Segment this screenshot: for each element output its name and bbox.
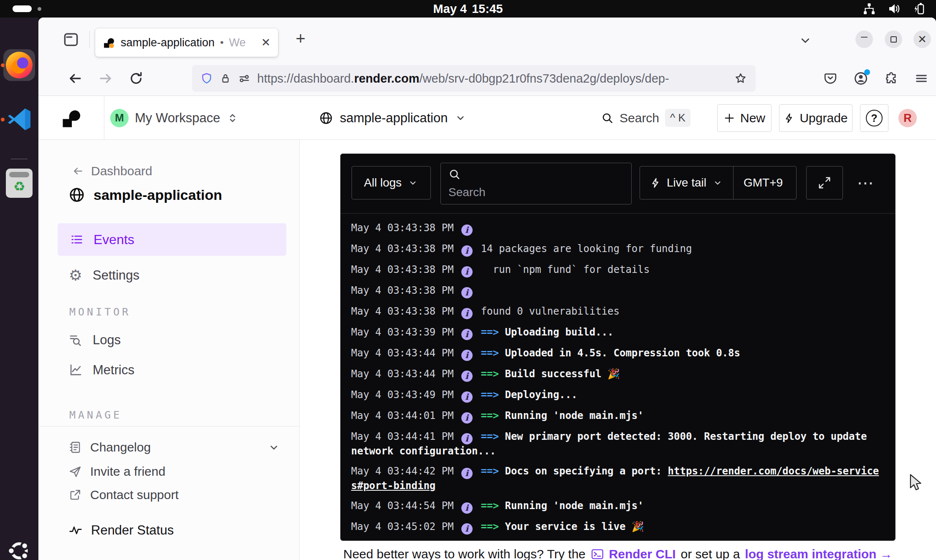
bolt-icon xyxy=(784,113,794,124)
tab-close-button[interactable]: ✕ xyxy=(261,36,271,49)
battery-charging-icon xyxy=(913,2,926,15)
system-tray[interactable] xyxy=(863,3,926,15)
firefox-view-button[interactable] xyxy=(62,30,80,48)
new-button[interactable]: New xyxy=(717,104,772,132)
bookmark-star-icon[interactable] xyxy=(734,72,747,85)
service-selector[interactable]: sample-application xyxy=(319,96,467,140)
sidebar-back-to-dashboard[interactable]: Dashboard xyxy=(72,164,152,178)
maximize-button[interactable] xyxy=(885,30,902,48)
sidebar-item-logs[interactable]: Logs xyxy=(68,333,121,348)
back-label: Dashboard xyxy=(91,164,152,178)
show-apps-button[interactable] xyxy=(6,537,33,560)
vscode-dock-item[interactable] xyxy=(6,106,33,133)
back-button[interactable] xyxy=(68,71,83,86)
tab-favicon-render-logo xyxy=(103,36,115,49)
sidebar-item-events[interactable]: Events xyxy=(58,223,286,256)
sidebar-heading-monitor: MONITOR xyxy=(69,306,131,318)
expand-logs-button[interactable] xyxy=(806,166,843,199)
lock-icon[interactable] xyxy=(220,73,231,84)
permissions-icon[interactable] xyxy=(238,72,250,85)
info-icon: i xyxy=(461,433,473,444)
sidebar-item-metrics[interactable]: Metrics xyxy=(68,363,134,378)
active-tab[interactable]: sample-application • We ✕ xyxy=(95,28,278,57)
log-timestamp: May 4 03:43:38 PM xyxy=(351,222,454,234)
sidebar-service-name: sample-application xyxy=(94,187,222,203)
tab-title-separator: • xyxy=(220,37,223,48)
log-arrow-prefix: ==> xyxy=(481,368,505,380)
log-toolbar: All logs Search Live tail xyxy=(341,154,895,214)
invite-label: Invite a friend xyxy=(90,464,165,479)
info-icon: i xyxy=(461,308,473,319)
log-message: ==> Running 'node main.mjs' xyxy=(481,500,644,512)
render-logo[interactable] xyxy=(38,96,104,140)
app-header: M My Workspace sample-application Search… xyxy=(38,96,936,140)
log-timestamp: May 4 03:43:44 PM xyxy=(351,347,454,359)
logs-footer-hint: Need better ways to work with logs? Try … xyxy=(340,547,896,560)
firefox-icon[interactable] xyxy=(6,52,33,78)
info-icon: i xyxy=(461,245,473,257)
sidebar-item-invite-a-friend[interactable]: Invite a friend xyxy=(68,464,165,479)
system-clock[interactable]: May 4 15:45 xyxy=(0,0,936,18)
live-tail-chevron-down-icon xyxy=(712,177,723,188)
log-timestamp: May 4 03:43:38 PM xyxy=(351,285,454,296)
logs-label: Logs xyxy=(93,333,121,348)
sidebar-item-render-status[interactable]: Render Status xyxy=(68,523,174,538)
vscode-icon xyxy=(6,106,33,133)
log-filter-label: All logs xyxy=(364,176,402,189)
external-link-icon xyxy=(68,488,82,502)
help-button[interactable]: ? xyxy=(860,104,888,132)
info-icon: i xyxy=(461,468,473,479)
dock-divider xyxy=(11,159,28,159)
metrics-label: Metrics xyxy=(93,363,134,378)
live-tail-button[interactable]: Live tail xyxy=(640,166,733,199)
upgrade-button[interactable]: Upgrade xyxy=(779,104,853,132)
tracking-protection-shield-icon[interactable] xyxy=(200,72,213,85)
extensions-puzzle-icon[interactable] xyxy=(884,71,898,86)
back-arrow-icon xyxy=(72,165,84,177)
recycle-icon: ♻ xyxy=(6,177,33,196)
terminal-cli-icon xyxy=(591,547,604,560)
navigation-toolbar: https://dashboard.render.com/web/srv-d0b… xyxy=(38,61,936,96)
log-message: ==> Your service is live 🎉 xyxy=(481,521,644,532)
log-message: 14 packages are looking for funding xyxy=(481,243,692,255)
log-row: May 4 03:43:39 PMi==> Uploading build... xyxy=(351,325,885,340)
user-avatar[interactable]: R xyxy=(898,109,917,127)
render-cli-link[interactable]: Render CLI xyxy=(609,547,676,560)
trash-dock-item[interactable]: ♻ xyxy=(6,169,33,198)
log-row: May 4 03:44:42 PMi==> Docs on specifying… xyxy=(351,464,885,493)
window-close-button[interactable]: ✕ xyxy=(913,30,931,48)
reload-button[interactable] xyxy=(129,71,144,86)
sidebar-item-contact-support[interactable]: Contact support xyxy=(68,488,179,502)
log-message: found 0 vulnerabilities xyxy=(481,305,620,317)
account-button[interactable] xyxy=(853,71,868,86)
workspace-selector[interactable]: M My Workspace xyxy=(110,96,239,140)
mouse-cursor xyxy=(908,474,925,492)
globe-icon xyxy=(68,187,85,203)
new-tab-button[interactable]: + xyxy=(289,27,312,50)
volume-icon xyxy=(888,2,901,15)
log-search-box[interactable]: Search xyxy=(440,163,632,204)
more-options-button[interactable]: ⋯ xyxy=(853,166,879,199)
minimize-button[interactable]: – xyxy=(855,30,873,48)
pocket-icon[interactable] xyxy=(823,71,837,86)
url-text[interactable]: https://dashboard.render.com/web/srv-d0b… xyxy=(257,72,727,86)
sidebar-item-changelog[interactable]: Changelog xyxy=(68,440,281,454)
timezone-button[interactable]: GMT+9 xyxy=(734,166,793,199)
render-dashboard-page: M My Workspace sample-application Search… xyxy=(38,96,936,560)
info-icon: i xyxy=(461,350,473,361)
sidebar-item-settings[interactable]: ⚙ Settings xyxy=(68,267,139,284)
changelog-chevron-down-icon[interactable] xyxy=(267,441,281,454)
forward-button[interactable] xyxy=(98,71,113,86)
new-button-label: New xyxy=(740,111,765,125)
info-icon: i xyxy=(461,371,473,382)
hamburger-menu-icon[interactable] xyxy=(914,71,928,86)
log-stream-integration-link[interactable]: log stream integration → xyxy=(745,547,892,560)
url-bar[interactable]: https://dashboard.render.com/web/srv-d0b… xyxy=(192,65,756,92)
global-search[interactable]: Search ^ K xyxy=(601,96,691,140)
info-icon: i xyxy=(461,225,473,236)
url-path: /web/srv-d0bgp21r0fns73dena2g/deploys/de… xyxy=(420,72,669,85)
clock-time: 15:45 xyxy=(472,2,503,16)
workspace-updown-chevrons-icon xyxy=(226,112,239,124)
log-filter-dropdown[interactable]: All logs xyxy=(352,166,431,199)
list-all-tabs-chevron[interactable] xyxy=(798,33,812,48)
